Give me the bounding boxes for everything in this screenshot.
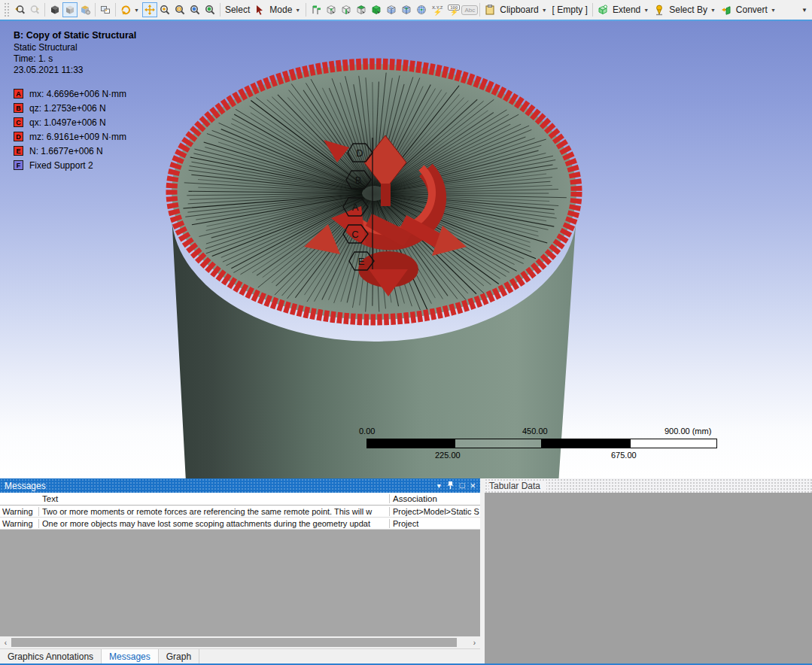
shaded-view-icon[interactable]	[62, 2, 78, 17]
tag-letter: E	[358, 256, 365, 267]
scrollbar-thumb[interactable]	[11, 638, 457, 647]
legend-item: B qz: 1.2753e+006 N	[14, 101, 136, 115]
messages-col-association[interactable]: Association	[390, 494, 480, 503]
messages-title-bar: Messages ▾ □ ×	[0, 478, 480, 493]
select-by-icon[interactable]	[652, 2, 667, 17]
tag-letter: B	[355, 175, 362, 186]
select-body-icon[interactable]	[369, 2, 384, 17]
tab-graph[interactable]: Graph	[159, 649, 199, 665]
ruler-label-450: 450.00	[522, 427, 548, 436]
legend-swatch-d: D	[14, 132, 23, 141]
legend-datetime: 23.05.2021 11:33	[14, 65, 136, 76]
zoom-back-icon[interactable]	[12, 2, 27, 17]
legend-time: Time: 1. s	[14, 53, 136, 65]
scroll-left-icon[interactable]: ‹	[0, 639, 11, 647]
ruler-label-225: 225.00	[435, 451, 461, 460]
zoom-fit-icon[interactable]	[187, 2, 202, 17]
message-row[interactable]: Warning Two or more moments or remote fo…	[0, 506, 480, 518]
vertex-filter-icon[interactable]	[309, 2, 324, 17]
legend-subtitle: Static Structural	[14, 42, 136, 53]
select-vertex-icon[interactable]	[324, 2, 339, 17]
legend-item: F Fixed Support 2	[14, 158, 136, 172]
select-face-icon[interactable]	[354, 2, 369, 17]
ruler-label-675: 675.00	[611, 451, 637, 460]
messages-col-text[interactable]: Text	[39, 494, 390, 503]
legend-item: A mx: 4.6696e+006 N·mm	[14, 87, 136, 101]
zoom-all-icon[interactable]	[202, 2, 217, 17]
messages-title: Messages	[5, 481, 46, 491]
legend-item: C qx: 1.0497e+006 N	[14, 115, 136, 129]
tag-letter: A	[352, 202, 359, 213]
tab-graphics-annotations[interactable]: Graphics Annotations	[0, 649, 102, 665]
clipboard-empty-state: [ Empty ]	[552, 5, 588, 15]
select-label: Select	[225, 5, 250, 15]
select-cursor-icon[interactable]	[252, 2, 267, 17]
zoom-icon[interactable]	[157, 2, 172, 17]
paint-view-icon[interactable]	[78, 2, 93, 17]
mesh-element-icon[interactable]	[414, 2, 429, 17]
tag-letter: D	[356, 147, 363, 159]
extend-icon[interactable]	[595, 2, 610, 17]
toolbar-grip[interactable]	[4, 2, 10, 17]
mesh-face-icon[interactable]	[399, 2, 414, 17]
message-row[interactable]: Warning One or more objects may have los…	[0, 518, 480, 530]
bottom-tab-bar: Graphics Annotations Messages Graph	[0, 648, 480, 665]
legend-swatch-e: E	[14, 146, 23, 156]
coordinate-probe-icon[interactable]: X.Y.Z⚡	[429, 5, 446, 14]
viewports-icon[interactable]	[98, 2, 113, 17]
tag-probe-icon[interactable]: 100⚡	[446, 5, 462, 14]
legend-title: B: Copy of Static Structural	[14, 30, 136, 41]
select-by-label[interactable]: Select By	[669, 5, 707, 15]
select-by-dropdown[interactable]: ▼	[710, 8, 716, 13]
ruler-bar	[366, 439, 717, 448]
legend-swatch-c: C	[14, 117, 23, 127]
tab-messages[interactable]: Messages	[102, 649, 159, 665]
tabular-data-title: Tabular Data	[489, 481, 546, 491]
label-probe-icon[interactable]: Abc	[462, 2, 477, 17]
select-edge-icon[interactable]	[339, 2, 354, 17]
mode-dropdown[interactable]: ▼	[295, 8, 300, 13]
main-toolbar: ▼ Select Mode ▼ X.Y.Z⚡	[0, 0, 812, 20]
messages-pin-button[interactable]	[446, 481, 455, 491]
iso-view-icon[interactable]	[47, 2, 62, 17]
box-zoom-icon[interactable]	[172, 2, 187, 17]
tabular-data-panel: Tabular Data	[485, 478, 812, 665]
tabular-data-content[interactable]	[485, 493, 812, 665]
messages-panel: Messages ▾ □ × Text Association Warning …	[0, 478, 480, 665]
toolbar-overflow-icon[interactable]: ▼	[801, 7, 807, 14]
legend-item: D mz: 6.9161e+009 N·mm	[14, 129, 136, 144]
graphics-viewport[interactable]: D B A C E B: Copy of Static Structural S…	[0, 21, 812, 478]
messages-horizontal-scrollbar[interactable]: ‹ ›	[0, 636, 480, 648]
rotate-dropdown[interactable]: ▼	[134, 8, 139, 13]
messages-dropdown-button[interactable]: ▾	[437, 482, 441, 490]
rotate-icon[interactable]	[118, 2, 133, 17]
legend-swatch-b: B	[14, 103, 23, 113]
clipboard-dropdown[interactable]: ▼	[542, 8, 547, 13]
extend-label[interactable]: Extend	[613, 5, 640, 15]
ruler-label-900: 900.00 (mm)	[665, 427, 711, 436]
legend-swatch-f: F	[14, 160, 23, 170]
messages-close-button[interactable]: ×	[470, 481, 476, 490]
pan-icon[interactable]	[142, 2, 157, 17]
messages-maximize-button[interactable]: □	[460, 481, 465, 490]
messages-header-row: Text Association	[0, 493, 480, 506]
ruler-label-0: 0.00	[359, 427, 375, 436]
extend-dropdown[interactable]: ▼	[643, 8, 649, 13]
clipboard-icon[interactable]	[482, 2, 497, 17]
convert-icon[interactable]	[719, 2, 734, 17]
mode-label[interactable]: Mode	[269, 5, 292, 15]
messages-table: Text Association Warning Two or more mom…	[0, 493, 480, 530]
convert-dropdown[interactable]: ▼	[771, 8, 776, 13]
convert-label[interactable]: Convert	[736, 5, 768, 15]
legend-swatch-a: A	[14, 89, 23, 99]
zoom-forward-icon[interactable]	[27, 2, 42, 17]
tag-letter: C	[351, 229, 358, 240]
result-legend: B: Copy of Static Structural Static Stru…	[14, 30, 136, 172]
legend-item: E N: 1.6677e+006 N	[14, 144, 136, 158]
clipboard-label[interactable]: Clipboard	[500, 5, 538, 15]
mesh-node-icon[interactable]	[384, 2, 399, 17]
tabular-data-title-bar: Tabular Data	[485, 478, 812, 493]
scroll-right-icon[interactable]: ›	[469, 639, 480, 647]
